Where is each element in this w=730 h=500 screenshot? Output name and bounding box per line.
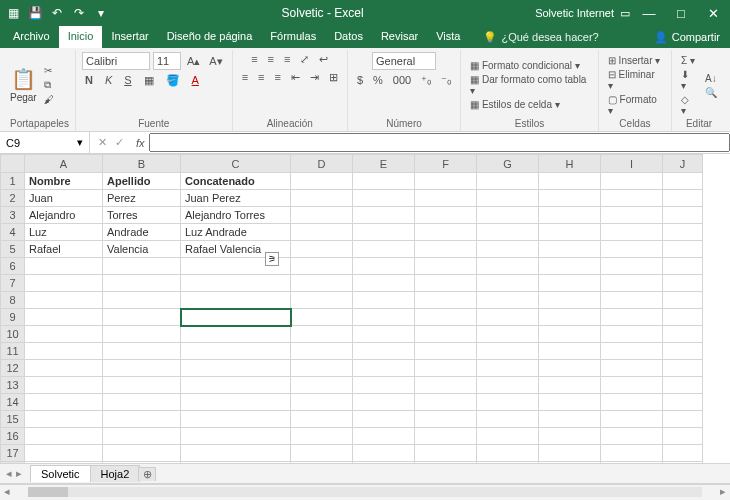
col-header-E[interactable]: E [353,155,415,173]
cell-B5[interactable]: Valencia [103,241,181,258]
cell-E6[interactable] [353,258,415,275]
row-header-6[interactable]: 6 [1,258,25,275]
cell-G16[interactable] [477,428,539,445]
cell-I13[interactable] [601,377,663,394]
cell-H3[interactable] [539,207,601,224]
cell-J15[interactable] [663,411,703,428]
cell-A18[interactable] [25,462,103,465]
scroll-left-icon[interactable]: ◂ [0,485,14,498]
percent-icon[interactable]: % [370,73,386,88]
cell-J4[interactable] [663,224,703,241]
cell-J16[interactable] [663,428,703,445]
tab-inicio[interactable]: Inicio [59,26,103,48]
row-header-9[interactable]: 9 [1,309,25,326]
tab-datos[interactable]: Datos [325,26,372,48]
cell-D4[interactable] [291,224,353,241]
tab-insertar[interactable]: Insertar [102,26,157,48]
cell-E2[interactable] [353,190,415,207]
cell-styles-button[interactable]: ▦ Estilos de celda ▾ [467,98,592,111]
comma-icon[interactable]: 000 [390,73,414,88]
tab-formulas[interactable]: Fórmulas [261,26,325,48]
border-icon[interactable]: ▦ [141,73,157,88]
cell-I10[interactable] [601,326,663,343]
cell-A15[interactable] [25,411,103,428]
cell-E13[interactable] [353,377,415,394]
cell-E10[interactable] [353,326,415,343]
cell-B2[interactable]: Perez [103,190,181,207]
cell-H17[interactable] [539,445,601,462]
accept-formula-icon[interactable]: ✓ [115,136,124,149]
cell-A16[interactable] [25,428,103,445]
row-header-1[interactable]: 1 [1,173,25,190]
cell-G9[interactable] [477,309,539,326]
cell-I8[interactable] [601,292,663,309]
cell-C14[interactable] [181,394,291,411]
cell-G14[interactable] [477,394,539,411]
save-icon[interactable]: 💾 [26,4,44,22]
cell-E8[interactable] [353,292,415,309]
cell-G1[interactable] [477,173,539,190]
cell-E15[interactable] [353,411,415,428]
cell-A6[interactable] [25,258,103,275]
cell-C13[interactable] [181,377,291,394]
number-format-select[interactable]: General [372,52,436,70]
row-header-7[interactable]: 7 [1,275,25,292]
cell-F11[interactable] [415,343,477,360]
cell-B15[interactable] [103,411,181,428]
col-header-I[interactable]: I [601,155,663,173]
paste-label[interactable]: Pegar [10,92,37,103]
cell-H10[interactable] [539,326,601,343]
cell-D12[interactable] [291,360,353,377]
cell-A12[interactable] [25,360,103,377]
cell-B14[interactable] [103,394,181,411]
find-icon[interactable]: 🔍 [702,86,720,99]
cell-F18[interactable] [415,462,477,465]
cell-E17[interactable] [353,445,415,462]
conditional-format-button[interactable]: ▦ Formato condicional ▾ [467,59,592,72]
cell-H13[interactable] [539,377,601,394]
cell-I14[interactable] [601,394,663,411]
minimize-button[interactable]: — [636,6,662,21]
cell-B7[interactable] [103,275,181,292]
cell-G11[interactable] [477,343,539,360]
cell-J17[interactable] [663,445,703,462]
fill-color-icon[interactable]: 🪣 [163,73,183,88]
cell-B13[interactable] [103,377,181,394]
cell-C12[interactable] [181,360,291,377]
cell-B12[interactable] [103,360,181,377]
cell-H18[interactable] [539,462,601,465]
cell-F10[interactable] [415,326,477,343]
cell-B4[interactable]: Andrade [103,224,181,241]
add-sheet-button[interactable]: ⊕ [138,467,156,481]
cell-G2[interactable] [477,190,539,207]
cell-F9[interactable] [415,309,477,326]
cell-I4[interactable] [601,224,663,241]
delete-cells-button[interactable]: ⊟ Eliminar ▾ [605,68,665,92]
cell-G3[interactable] [477,207,539,224]
row-header-3[interactable]: 3 [1,207,25,224]
cell-D7[interactable] [291,275,353,292]
row-header-17[interactable]: 17 [1,445,25,462]
row-header-10[interactable]: 10 [1,326,25,343]
cell-C9[interactable] [181,309,291,326]
cell-D3[interactable] [291,207,353,224]
cell-G15[interactable] [477,411,539,428]
cell-G5[interactable] [477,241,539,258]
worksheet-grid[interactable]: ABCDEFGHIJ1NombreApellidoConcatenado2Jua… [0,154,730,464]
cell-D13[interactable] [291,377,353,394]
cell-J11[interactable] [663,343,703,360]
cell-G12[interactable] [477,360,539,377]
cut-icon[interactable]: ✂ [41,64,57,77]
col-header-A[interactable]: A [25,155,103,173]
underline-button[interactable]: S [121,73,134,88]
cell-I17[interactable] [601,445,663,462]
cell-D18[interactable] [291,462,353,465]
cell-F7[interactable] [415,275,477,292]
cell-J3[interactable] [663,207,703,224]
cell-E16[interactable] [353,428,415,445]
cell-B16[interactable] [103,428,181,445]
cell-H1[interactable] [539,173,601,190]
cell-F1[interactable] [415,173,477,190]
cell-B1[interactable]: Apellido [103,173,181,190]
cell-E12[interactable] [353,360,415,377]
